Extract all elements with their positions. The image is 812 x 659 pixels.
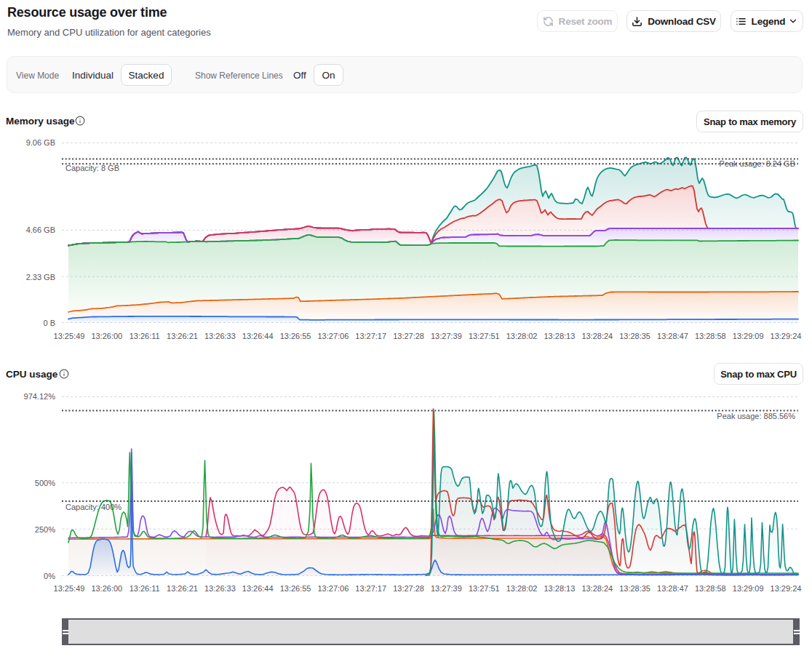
svg-text:0%: 0% <box>44 572 55 580</box>
svg-text:13:26:11: 13:26:11 <box>130 584 160 593</box>
svg-text:9.06 GB: 9.06 GB <box>26 138 55 147</box>
svg-text:13:27:51: 13:27:51 <box>469 584 500 593</box>
svg-text:13:25:49: 13:25:49 <box>54 332 85 340</box>
svg-text:13:29:09: 13:29:09 <box>733 584 764 593</box>
svg-text:2.33 GB: 2.33 GB <box>26 273 55 281</box>
svg-text:13:27:28: 13:27:28 <box>393 584 424 593</box>
svg-text:13:27:06: 13:27:06 <box>317 584 349 593</box>
svg-text:4.66 GB: 4.66 GB <box>26 225 55 234</box>
svg-text:0 B: 0 B <box>43 319 55 327</box>
svg-text:Peak usage: 885.56%: Peak usage: 885.56% <box>717 412 795 420</box>
svg-text:13:25:49: 13:25:49 <box>54 584 85 593</box>
svg-text:13:26:33: 13:26:33 <box>204 584 236 593</box>
svg-text:13:26:11: 13:26:11 <box>130 332 160 340</box>
svg-text:13:26:21: 13:26:21 <box>167 584 198 593</box>
svg-text:13:27:39: 13:27:39 <box>431 584 462 593</box>
svg-text:13:26:00: 13:26:00 <box>91 332 122 340</box>
svg-text:13:26:55: 13:26:55 <box>280 584 311 593</box>
svg-text:13:28:13: 13:28:13 <box>544 332 575 340</box>
svg-text:13:26:44: 13:26:44 <box>242 332 274 340</box>
svg-text:974.12%: 974.12% <box>24 392 56 401</box>
svg-text:13:28:35: 13:28:35 <box>619 584 650 593</box>
svg-text:13:26:00: 13:26:00 <box>91 584 122 593</box>
svg-text:13:27:39: 13:27:39 <box>431 332 462 340</box>
svg-text:13:28:58: 13:28:58 <box>695 332 726 340</box>
svg-text:13:27:17: 13:27:17 <box>355 584 386 593</box>
svg-text:Capacity: 8 GB: Capacity: 8 GB <box>65 164 119 172</box>
svg-text:13:29:09: 13:29:09 <box>733 332 764 340</box>
svg-text:13:27:28: 13:27:28 <box>393 332 424 340</box>
svg-text:Peak usage: 8.24 GB: Peak usage: 8.24 GB <box>719 159 795 168</box>
svg-text:13:28:02: 13:28:02 <box>506 332 538 340</box>
svg-text:13:28:35: 13:28:35 <box>619 332 650 340</box>
svg-text:13:27:51: 13:27:51 <box>469 332 500 340</box>
svg-text:13:28:24: 13:28:24 <box>581 332 613 340</box>
svg-text:13:28:58: 13:28:58 <box>695 584 726 593</box>
svg-text:13:27:17: 13:27:17 <box>355 332 386 340</box>
svg-text:13:29:24: 13:29:24 <box>771 584 802 593</box>
svg-text:500%: 500% <box>35 479 55 487</box>
svg-text:13:26:33: 13:26:33 <box>204 332 236 340</box>
svg-text:13:28:13: 13:28:13 <box>544 584 575 593</box>
svg-text:13:27:06: 13:27:06 <box>317 332 349 340</box>
svg-text:13:26:55: 13:26:55 <box>280 332 311 340</box>
svg-text:Capacity: 400%: Capacity: 400% <box>65 503 122 511</box>
svg-text:13:28:47: 13:28:47 <box>657 584 688 593</box>
svg-text:13:28:24: 13:28:24 <box>581 584 613 593</box>
svg-text:13:26:44: 13:26:44 <box>242 584 274 593</box>
svg-text:250%: 250% <box>35 525 55 534</box>
svg-text:13:26:21: 13:26:21 <box>167 332 198 340</box>
svg-text:13:28:47: 13:28:47 <box>657 332 688 340</box>
svg-text:13:28:02: 13:28:02 <box>506 584 538 593</box>
svg-text:13:29:24: 13:29:24 <box>771 332 802 340</box>
